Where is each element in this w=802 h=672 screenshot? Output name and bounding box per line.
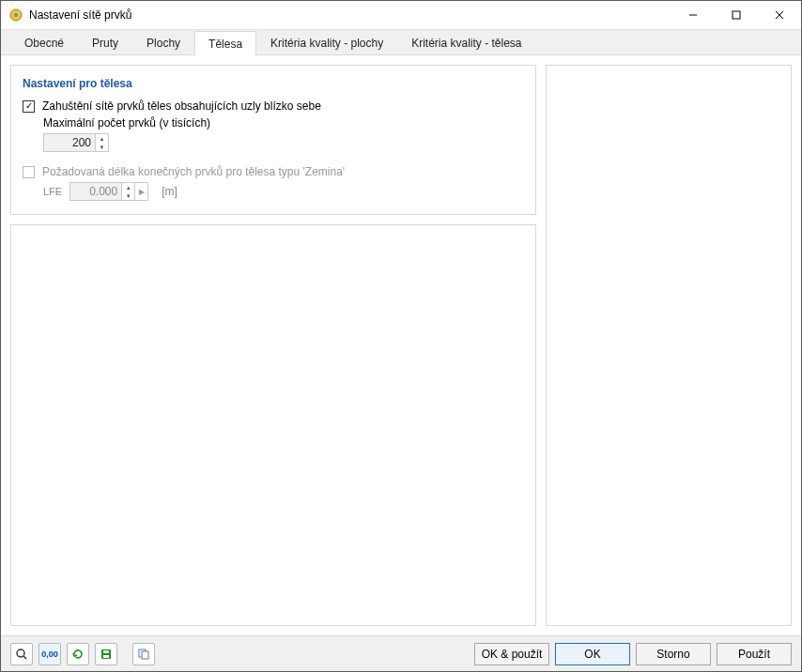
tab-kvalita-plochy[interactable]: Kritéria kvality - plochy <box>256 30 397 54</box>
apply-button[interactable]: Použít <box>717 643 792 665</box>
minimize-button[interactable] <box>671 1 715 29</box>
copy-icon <box>137 648 150 661</box>
preview-box-right <box>546 65 792 626</box>
magnifier-icon <box>15 648 28 661</box>
save-defaults-button[interactable] <box>95 643 117 665</box>
preview-box-left <box>10 224 536 626</box>
footer: 0,00 OK & použít OK Storno Použít <box>1 635 801 671</box>
units-icon: 0,00 <box>41 649 58 659</box>
svg-rect-10 <box>103 655 109 658</box>
lfe-go-icon: ▶ <box>135 182 148 201</box>
ok-button[interactable]: OK <box>555 643 630 665</box>
tab-telesa[interactable]: Tělesa <box>194 31 256 55</box>
max-elements-stepper[interactable]: ▲▼ <box>43 133 109 152</box>
checkbox-refine-label: Zahuštění sítě prvků těles obsahujících … <box>42 99 321 113</box>
refresh-icon <box>71 648 85 661</box>
lfe-input <box>69 182 122 201</box>
svg-rect-9 <box>103 650 109 653</box>
spin-down-icon[interactable]: ▼ <box>96 143 108 151</box>
ok-apply-button[interactable]: OK & použít <box>474 643 549 665</box>
svg-line-7 <box>23 656 26 659</box>
spin-up-icon: ▲ <box>122 183 134 191</box>
app-icon <box>8 8 23 23</box>
group-telesa: Nastavení pro tělesa ✓ Zahuštění sítě pr… <box>10 65 536 215</box>
tabstrip: Obecné Pruty Plochy Tělesa Kritéria kval… <box>1 29 801 55</box>
checkbox-refine[interactable]: ✓ <box>23 100 35 113</box>
disk-icon <box>100 648 113 661</box>
reset-button[interactable] <box>67 643 89 665</box>
svg-point-6 <box>17 649 24 657</box>
group-heading: Nastavení pro tělesa <box>23 77 524 90</box>
maximize-button[interactable] <box>715 1 758 29</box>
svg-rect-3 <box>733 11 740 19</box>
content-area: Nastavení pro tělesa ✓ Zahuštění sítě pr… <box>1 55 801 635</box>
tab-plochy[interactable]: Plochy <box>132 30 194 54</box>
max-elements-input[interactable] <box>43 133 96 152</box>
lfe-unit: [m] <box>162 185 177 198</box>
titlebar: Nastavení sítě prvků <box>1 1 801 29</box>
max-elements-label: Maximální počet prvků (v tisících) <box>43 116 524 130</box>
help-button[interactable] <box>10 643 33 665</box>
checkbox-target-length-label: Požadovaná délka konečných prvků pro těl… <box>42 165 345 178</box>
spin-down-icon: ▼ <box>122 191 134 200</box>
lfe-symbol: LFE <box>43 186 62 197</box>
spin-up-icon[interactable]: ▲ <box>96 134 108 143</box>
close-button[interactable] <box>758 1 801 29</box>
tab-obecne[interactable]: Obecné <box>10 30 78 54</box>
units-button[interactable]: 0,00 <box>39 643 61 665</box>
window-title: Nastavení sítě prvků <box>29 8 671 22</box>
svg-point-1 <box>14 13 18 17</box>
checkbox-target-length[interactable] <box>23 166 35 178</box>
tab-pruty[interactable]: Pruty <box>78 30 132 54</box>
cancel-button[interactable]: Storno <box>636 643 711 665</box>
copy-button[interactable] <box>132 643 155 665</box>
tab-kvalita-telesa[interactable]: Kritéria kvality - tělesa <box>397 30 535 54</box>
svg-rect-12 <box>142 651 148 659</box>
